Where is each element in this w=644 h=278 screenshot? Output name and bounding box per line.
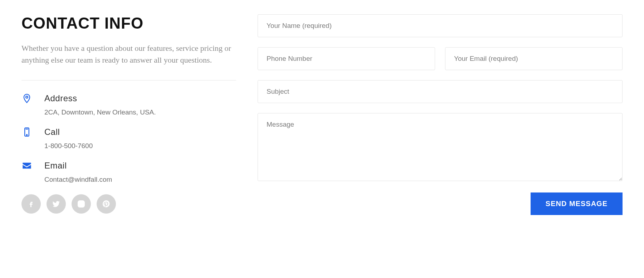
map-pin-icon — [21, 93, 32, 116]
call-row: Call 1-800-500-7600 — [21, 127, 236, 150]
phone-icon — [21, 127, 32, 150]
email-value: Contact@windfall.com — [44, 176, 236, 184]
page-title: CONTACT INFO — [21, 14, 236, 32]
facebook-link[interactable] — [21, 194, 41, 214]
pinterest-link[interactable] — [97, 194, 116, 214]
instagram-link[interactable] — [72, 194, 91, 214]
call-value: 1-800-500-7600 — [44, 142, 236, 150]
twitter-link[interactable] — [47, 194, 66, 214]
divider — [21, 80, 236, 81]
send-message-button[interactable]: SEND MESSAGE — [531, 192, 623, 215]
subject-input[interactable] — [258, 80, 623, 103]
svg-point-5 — [80, 203, 83, 205]
call-label: Call — [44, 127, 236, 137]
email-label: Email — [44, 161, 236, 171]
instagram-icon — [77, 200, 86, 208]
intro-text: Whether you have a question about our fe… — [21, 42, 236, 66]
social-links — [21, 194, 236, 214]
twitter-icon — [52, 200, 60, 208]
svg-point-6 — [83, 202, 84, 203]
message-textarea[interactable] — [258, 113, 623, 181]
address-label: Address — [44, 93, 236, 103]
email-input[interactable] — [445, 47, 623, 70]
svg-point-0 — [26, 96, 28, 98]
address-value: 2CA, Downtown, New Orleans, USA. — [44, 108, 236, 116]
envelope-icon — [21, 161, 32, 184]
svg-point-3 — [26, 135, 27, 135]
address-row: Address 2CA, Downtown, New Orleans, USA. — [21, 93, 236, 116]
name-input[interactable] — [258, 14, 623, 37]
phone-input[interactable] — [258, 47, 435, 70]
facebook-icon — [27, 200, 35, 208]
contact-info-panel: CONTACT INFO Whether you have a question… — [21, 14, 236, 215]
contact-form: SEND MESSAGE — [258, 14, 623, 215]
email-row: Email Contact@windfall.com — [21, 161, 236, 184]
pinterest-icon — [102, 200, 111, 208]
